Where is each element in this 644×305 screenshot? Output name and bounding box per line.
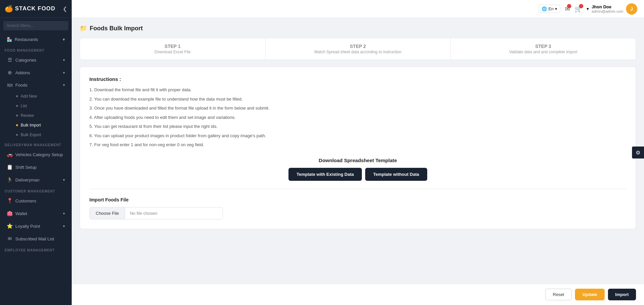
cart-badge bbox=[579, 4, 583, 8]
addons-icon: ⊕ bbox=[7, 70, 13, 76]
main-wrapper: 🌐 En ▾ ✉ 🛒 ▾ Jhon Doe admin@admin.com J bbox=[72, 0, 644, 305]
sidebar-item-vehicles[interactable]: 🚗 Vehicles Category Setup bbox=[2, 149, 70, 160]
template-with-data-button[interactable]: Template with Existing Data bbox=[288, 168, 362, 181]
sidebar-item-label: Loyalty Point bbox=[15, 224, 40, 229]
step-3-num: STEP 3 bbox=[457, 44, 629, 49]
instruction-item: 6. You can upload your product images in… bbox=[89, 133, 626, 139]
sidebar-item-addons[interactable]: ⊕ Addons ▾ bbox=[2, 67, 70, 79]
sidebar-item-restaurants[interactable]: 🏪 Restaurants ▾ bbox=[2, 34, 70, 45]
foods-submenu: Add New List Review Bulk Import Bulk Exp… bbox=[0, 91, 72, 140]
section-label-deliveryman: DELIVERYMAN MANAGEMENT bbox=[0, 140, 72, 148]
sidebar-item-label: Subscribed Mail List bbox=[15, 236, 54, 241]
sub-item-label: Review bbox=[21, 113, 34, 118]
sidebar-subitem-add-new[interactable]: Add New bbox=[13, 92, 70, 101]
header-right: 🌐 En ▾ ✉ 🛒 ▾ Jhon Doe admin@admin.com J bbox=[539, 3, 637, 15]
sidebar-item-label: Vehicles Category Setup bbox=[15, 152, 63, 157]
main-card: Instructions : 1. Download the format fi… bbox=[80, 67, 636, 229]
search-input[interactable] bbox=[3, 21, 68, 30]
sidebar-item-loyalty[interactable]: ⭐ Loyalty Point ▾ bbox=[2, 220, 70, 232]
import-section: Import Foods File Choose File No file ch… bbox=[89, 197, 626, 219]
reset-button[interactable]: Reset bbox=[545, 289, 572, 300]
cart-button[interactable]: 🛒 bbox=[575, 5, 582, 13]
deliveryman-icon: 🏃 bbox=[7, 177, 13, 183]
step-3: STEP 3 Validate data and and complete im… bbox=[451, 38, 636, 60]
instruction-item: 5. You can get restaurant id from their … bbox=[89, 123, 626, 130]
sidebar-item-shift[interactable]: 📋 Shift Setup bbox=[2, 161, 70, 173]
language-selector[interactable]: 🌐 En ▾ bbox=[539, 5, 560, 13]
chevron-icon: ▾ bbox=[63, 71, 65, 75]
sub-item-label: List bbox=[21, 104, 27, 108]
step-2: STEP 2 Match Spread sheet data according… bbox=[265, 38, 451, 60]
dot-icon bbox=[16, 134, 18, 136]
page-title-text: Foods Bulk Import bbox=[90, 25, 143, 32]
chevron-down-icon: ▾ bbox=[63, 37, 65, 42]
step-1: STEP 1 Download Excel File bbox=[80, 38, 265, 60]
sidebar-item-label: Addons bbox=[15, 70, 30, 75]
user-details: Jhon Doe admin@admin.com bbox=[592, 4, 623, 13]
import-button[interactable]: Import bbox=[608, 289, 636, 300]
sidebar-item-label: Customers bbox=[15, 198, 36, 203]
sidebar-item-mail[interactable]: ✉ Subscribed Mail List bbox=[2, 233, 70, 245]
instruction-item: 7. For veg food enter 1 and for non-veg … bbox=[89, 142, 626, 148]
chevron-down-icon: ▾ bbox=[555, 6, 557, 11]
dropdown-arrow-icon: ▾ bbox=[587, 6, 589, 11]
instruction-item: 3. Once you have downloaded and filled t… bbox=[89, 105, 626, 112]
user-menu[interactable]: ▾ Jhon Doe admin@admin.com J bbox=[587, 3, 637, 15]
steps-bar: STEP 1 Download Excel File STEP 2 Match … bbox=[80, 38, 636, 60]
file-input-row: Choose File No file chosen bbox=[89, 207, 223, 219]
customers-icon: 📍 bbox=[7, 198, 13, 204]
gear-icon: ⚙ bbox=[636, 150, 640, 156]
user-email: admin@admin.com bbox=[592, 9, 623, 13]
instructions-title: Instructions : bbox=[89, 76, 626, 82]
update-button[interactable]: Update bbox=[575, 289, 604, 300]
sub-item-label: Bulk Export bbox=[21, 133, 41, 137]
notifications-button[interactable]: ✉ bbox=[565, 5, 570, 13]
sidebar-subitem-review[interactable]: Review bbox=[13, 111, 70, 120]
choose-file-button[interactable]: Choose File bbox=[90, 207, 125, 219]
step-2-desc: Match Spread sheet data according to ins… bbox=[272, 50, 444, 54]
vehicles-icon: 🚗 bbox=[7, 152, 13, 157]
foods-icon: 🍽 bbox=[7, 82, 13, 88]
sidebar-item-categories[interactable]: ☰ Categories ▾ bbox=[2, 54, 70, 66]
dot-icon bbox=[16, 95, 18, 97]
sidebar-item-foods[interactable]: 🍽 Foods ▾ bbox=[2, 79, 70, 91]
sidebar-item-label: Foods bbox=[15, 83, 27, 88]
settings-float-button[interactable]: ⚙ bbox=[632, 147, 644, 158]
categories-icon: ☰ bbox=[7, 57, 13, 63]
bottom-bar: Reset Update Import bbox=[72, 284, 644, 305]
sidebar-item-deliveryman[interactable]: 🏃 Deliveryman ▾ bbox=[2, 174, 70, 186]
sidebar-search-container bbox=[0, 18, 72, 34]
sidebar-item-label: Restaurants bbox=[15, 37, 38, 42]
brand-name: STACK FOOD bbox=[15, 5, 55, 12]
restaurants-icon: 🏪 bbox=[7, 37, 12, 42]
template-without-data-button[interactable]: Template without Data bbox=[365, 168, 427, 181]
sidebar: 🍊 STACK FOOD ❮ 🏪 Restaurants ▾ FOOD MANA… bbox=[0, 0, 72, 305]
sidebar-toggle-button[interactable]: ❮ bbox=[63, 6, 67, 12]
sidebar-subitem-bulk-export[interactable]: Bulk Export bbox=[13, 130, 70, 140]
shift-icon: 📋 bbox=[7, 164, 13, 170]
dot-icon bbox=[16, 124, 18, 126]
step-1-num: STEP 1 bbox=[87, 44, 258, 49]
sidebar-item-label: Categories bbox=[15, 58, 36, 63]
sidebar-item-wallet[interactable]: 👛 Wallet ▾ bbox=[2, 207, 70, 219]
dot-icon bbox=[16, 115, 18, 117]
sidebar-logo: 🍊 STACK FOOD ❮ bbox=[0, 0, 72, 18]
section-label-customer: CUSTOMER MANAGEMENT bbox=[0, 186, 72, 194]
download-title: Download Spreadsheet Template bbox=[89, 157, 626, 163]
import-title: Import Foods File bbox=[89, 197, 626, 202]
download-buttons: Template with Existing Data Template wit… bbox=[89, 168, 626, 181]
sidebar-subitem-bulk-import[interactable]: Bulk Import bbox=[13, 121, 70, 130]
sidebar-item-customers[interactable]: 📍 Customers bbox=[2, 195, 70, 207]
instructions-list: 1. Download the format file and fill it … bbox=[89, 87, 626, 148]
download-section: Download Spreadsheet Template Template w… bbox=[89, 157, 626, 181]
header: 🌐 En ▾ ✉ 🛒 ▾ Jhon Doe admin@admin.com J bbox=[72, 0, 644, 18]
chevron-icon: ▾ bbox=[63, 211, 65, 216]
sub-item-label: Bulk Import bbox=[21, 123, 41, 128]
instruction-item: 4. After uploading foods you need to edi… bbox=[89, 114, 626, 121]
page-title: 📁 Foods Bulk Import bbox=[80, 25, 636, 32]
chevron-icon: ▾ bbox=[63, 178, 65, 182]
chevron-icon: ▾ bbox=[63, 83, 65, 87]
sidebar-subitem-list[interactable]: List bbox=[13, 101, 70, 111]
sub-item-label: Add New bbox=[21, 94, 37, 99]
dot-icon bbox=[16, 105, 18, 107]
